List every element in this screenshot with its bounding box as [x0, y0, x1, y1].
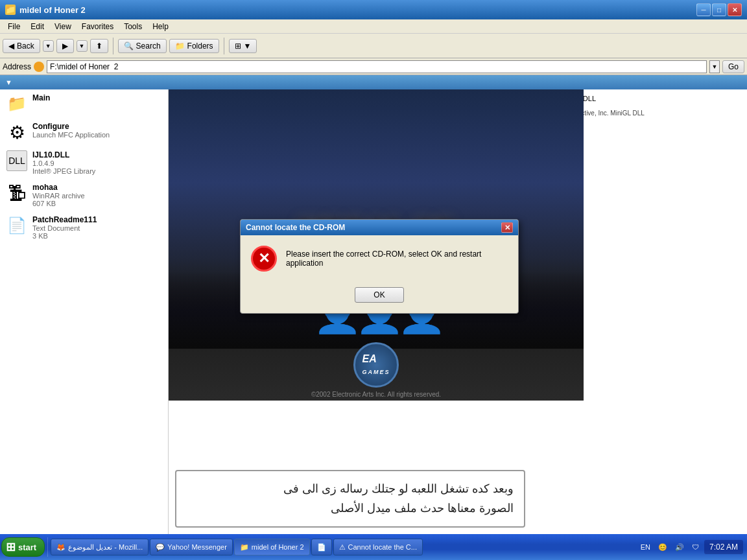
tray-security-icon[interactable]: 🛡	[689, 542, 702, 552]
address-bar: Address ▼ Go	[0, 58, 747, 75]
dialog-message: Please insert the correct CD-ROM, select…	[286, 250, 508, 268]
file-name: PatchReadme111	[32, 215, 97, 224]
window-title: midel of Honer 2	[19, 5, 86, 15]
search-button[interactable]: 🔍 Search	[118, 39, 167, 53]
file-name: IJL10.DLL	[32, 150, 95, 159]
taskbar: ⊞ start 🦊 تعديل الموضوع - Mozill... 💬 Ya…	[0, 534, 747, 560]
rar-icon: 🗜	[6, 183, 27, 204]
error-dialog: Cannot locate the CD-ROM ✕ ✕ Please inse…	[240, 219, 519, 314]
forward-dropdown[interactable]: ▼	[77, 40, 88, 52]
file-desc: WinRAR archive	[32, 192, 85, 200]
error-icon: ✕	[251, 246, 277, 272]
main-content: 📁 Main ⚙ Configure Launch MFC Applicatio…	[0, 89, 747, 534]
menu-edit[interactable]: Edit	[25, 21, 49, 32]
menu-bar: File Edit View Favorites Tools Help	[0, 19, 747, 34]
explorer-label: midel of Honer 2	[252, 543, 304, 551]
yahoo-icon: 💬	[156, 543, 165, 552]
blank-icon: 📄	[317, 543, 326, 552]
dialog-close-button[interactable]: ✕	[501, 222, 513, 233]
folders-icon: 📁	[175, 41, 185, 51]
folder-icon: 📁	[6, 93, 27, 114]
address-dropdown[interactable]: ▼	[709, 60, 720, 73]
file-name: mohaa	[32, 183, 85, 192]
toolbar-separator-2	[224, 38, 224, 54]
title-bar: 📁 midel of Honer 2 ─ □ ✕	[0, 0, 747, 19]
menu-tools[interactable]: Tools	[119, 21, 147, 32]
right-panel: 📄 radiant_ai.cfg 📁 snddrivers 📄 3DFXGL.D…	[169, 89, 747, 534]
explorer-icon: 📁	[240, 543, 249, 552]
address-input[interactable]	[47, 60, 707, 73]
list-item[interactable]: DLL IJL10.DLL 1.0.4.9 Intel® JPEG Librar…	[0, 146, 168, 179]
error-taskbar-label: Cannot locate the C...	[348, 543, 417, 551]
window-controls: ─ □ ✕	[696, 3, 742, 16]
taskbar-separator	[47, 537, 48, 557]
configure-icon: ⚙	[6, 122, 27, 143]
back-dropdown[interactable]: ▼	[43, 40, 54, 52]
list-item[interactable]: 📁 Main	[0, 89, 168, 118]
tray-emoji1[interactable]: 😊	[656, 542, 670, 553]
ea-logo: EAGAMES	[353, 342, 399, 388]
taskbar-task-explorer[interactable]: 📁 midel of Honer 2	[234, 539, 310, 555]
error-taskbar-icon: ⚠	[339, 543, 346, 552]
yahoo-label: Yahoo! Messenger	[167, 543, 227, 551]
arabic-note: وبعد كده تشغل اللعبه لو جتلك رساله زى ال…	[175, 470, 525, 528]
tasks-expand-icon[interactable]: ▼	[5, 78, 12, 86]
list-item[interactable]: 📄 PatchReadme111 Text Document 3 KB	[0, 211, 168, 244]
tray-volume-icon[interactable]: 🔊	[672, 542, 687, 553]
file-size: 607 KB	[32, 200, 85, 207]
views-button[interactable]: ⊞ ▼	[229, 39, 257, 53]
tasks-bar: ▼	[0, 75, 747, 89]
minimize-button[interactable]: ─	[696, 3, 711, 16]
menu-help[interactable]: Help	[147, 21, 174, 32]
forward-button[interactable]: ▶	[56, 39, 74, 53]
start-button[interactable]: ⊞ start	[1, 537, 45, 557]
ea-logo-area: EAGAMES	[169, 342, 584, 388]
file-version: 1.0.4.9	[32, 159, 95, 167]
list-item[interactable]: ⚙ Configure Launch MFC Application	[0, 118, 168, 146]
file-name: Main	[32, 93, 50, 102]
menu-file[interactable]: File	[3, 21, 25, 32]
window-icon: 📁	[5, 5, 16, 15]
taskbar-task-mozilla[interactable]: 🦊 تعديل الموضوع - Mozill...	[51, 539, 148, 555]
folders-button[interactable]: 📁 Folders	[169, 39, 219, 53]
address-folder-icon	[34, 62, 44, 72]
ok-button[interactable]: OK	[355, 287, 403, 303]
up-button[interactable]: ⬆	[90, 39, 108, 53]
back-icon: ◀	[8, 41, 14, 51]
windows-icon: ⊞	[6, 540, 16, 554]
dialog-footer: OK	[241, 282, 518, 313]
dialog-body: ✕ Please insert the correct CD-ROM, sele…	[241, 235, 518, 282]
up-icon: ⬆	[96, 41, 102, 51]
taskbar-task-yahoo[interactable]: 💬 Yahoo! Messenger	[150, 539, 233, 555]
start-label: start	[18, 542, 36, 552]
taskbar-task-blank[interactable]: 📄	[311, 539, 332, 555]
forward-icon: ▶	[62, 41, 68, 51]
views-dropdown-icon: ▼	[244, 41, 252, 51]
search-icon: 🔍	[124, 41, 134, 51]
list-item[interactable]: 🗜 mohaa WinRAR archive 607 KB	[0, 179, 168, 211]
file-size: 3 KB	[32, 232, 97, 240]
search-label: Search	[136, 41, 161, 51]
taskbar-tray: EN 😊 🔊 🛡 7:02 AM	[638, 540, 746, 554]
back-label: Back	[17, 41, 34, 51]
go-button[interactable]: Go	[722, 60, 744, 73]
folders-label: Folders	[187, 41, 213, 51]
toolbar: ◀ Back ▼ ▶ ▼ ⬆ 🔍 Search 📁 Folders ⊞ ▼	[0, 34, 747, 58]
txt-icon: 📄	[6, 215, 27, 236]
clock: 7:02 AM	[704, 540, 743, 554]
maximize-button[interactable]: □	[712, 3, 726, 16]
file-name: Configure	[32, 122, 110, 131]
views-icon: ⊞	[235, 41, 241, 51]
back-button[interactable]: ◀ Back	[3, 39, 40, 53]
close-button[interactable]: ✕	[728, 3, 742, 16]
file-info: Intel® JPEG Library	[32, 167, 95, 175]
toolbar-separator-1	[113, 38, 113, 54]
taskbar-task-error[interactable]: ⚠ Cannot locate the C...	[333, 539, 423, 555]
dialog-title: Cannot locate the CD-ROM	[246, 223, 345, 232]
menu-view[interactable]: View	[49, 21, 77, 32]
tray-lang[interactable]: EN	[638, 542, 653, 552]
menu-favorites[interactable]: Favorites	[77, 21, 119, 32]
file-desc: Text Document	[32, 224, 97, 232]
file-desc: Launch MFC Application	[32, 131, 110, 139]
arabic-line1: وبعد كده تشغل اللعبه لو جتلك رساله زى ال…	[187, 479, 514, 499]
